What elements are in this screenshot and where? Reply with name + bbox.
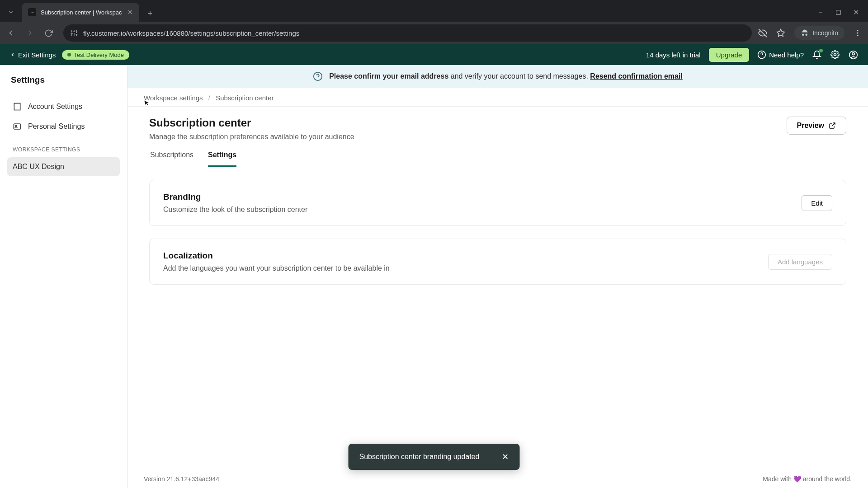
branding-title: Branding — [163, 192, 307, 202]
banner-strong-text: Please confirm your email address — [329, 72, 448, 80]
main-content: Please confirm your email address and ve… — [127, 65, 868, 488]
svg-rect-21 — [14, 103, 20, 110]
preview-label: Preview — [797, 122, 824, 130]
back-icon[interactable] — [6, 28, 19, 38]
svg-marker-12 — [777, 29, 785, 37]
profile-button[interactable] — [848, 50, 858, 60]
footer: Version 21.6.12+33aac944 Made with 💜 aro… — [127, 471, 868, 488]
toast-message: Subscription center branding updated — [359, 453, 480, 461]
add-languages-button[interactable]: Add languages — [768, 254, 832, 270]
tab-subscriptions[interactable]: Subscriptions — [150, 151, 193, 167]
breadcrumb-parent[interactable]: Workspace settings — [144, 94, 203, 102]
localization-card: Localization Add the languages you want … — [149, 239, 846, 285]
svg-point-14 — [857, 33, 859, 34]
incognito-icon — [801, 29, 809, 37]
edit-branding-button[interactable]: Edit — [802, 195, 832, 211]
notification-dot-icon — [819, 49, 823, 52]
need-help-label: Need help? — [769, 51, 804, 59]
exit-settings-link[interactable]: Exit Settings — [10, 51, 56, 59]
svg-point-13 — [857, 30, 859, 31]
sidebar-item-account-settings[interactable]: Account Settings — [7, 97, 120, 117]
page-subtitle: Manage the subscription preferences avai… — [149, 133, 354, 141]
branding-card: Branding Customize the look of the subsc… — [149, 180, 846, 226]
delivery-mode-label: Test Delivery Mode — [74, 52, 124, 58]
delivery-mode-badge[interactable]: Test Delivery Mode — [62, 50, 129, 60]
minimize-icon[interactable] — [817, 9, 824, 15]
window-controls: ✕ — [817, 3, 868, 22]
trial-days-text: 14 days left in trial — [646, 51, 701, 59]
svg-point-15 — [857, 35, 859, 36]
upgrade-button[interactable]: Upgrade — [709, 48, 750, 62]
tabs: Subscriptions Settings — [127, 141, 868, 167]
sidebar-item-workspace[interactable]: ABC UX Design — [7, 157, 120, 176]
svg-point-20 — [852, 52, 854, 55]
exit-settings-label: Exit Settings — [18, 51, 56, 59]
localization-desc: Add the languages you want your subscrip… — [163, 264, 390, 272]
close-window-icon[interactable]: ✕ — [853, 8, 859, 17]
svg-point-18 — [834, 54, 836, 56]
building-icon — [13, 102, 22, 111]
app-topbar: Exit Settings Test Delivery Mode 14 days… — [0, 44, 868, 65]
settings-gear-button[interactable] — [830, 50, 840, 60]
help-circle-icon — [313, 71, 323, 81]
user-circle-icon — [849, 50, 858, 60]
notifications-button[interactable] — [812, 50, 822, 60]
forward-icon[interactable] — [25, 28, 38, 38]
toast-close-icon[interactable]: ✕ — [502, 452, 509, 462]
eye-off-icon[interactable] — [758, 28, 767, 38]
sidebar-section-label: WORKSPACE SETTINGS — [7, 136, 120, 157]
localization-title: Localization — [163, 251, 390, 261]
tab-search-dropdown[interactable] — [0, 3, 22, 22]
settings-sidebar: Settings Account Settings Personal Setti… — [0, 65, 127, 488]
incognito-label: Incognito — [812, 29, 838, 37]
browser-tab-strip: ◦◦ Subscription center | Workspac ✕ + ✕ — [0, 0, 868, 22]
confirm-email-banner: Please confirm your email address and ve… — [127, 65, 868, 88]
browser-tab[interactable]: ◦◦ Subscription center | Workspac ✕ — [22, 3, 139, 22]
svg-line-30 — [832, 123, 835, 126]
incognito-badge[interactable]: Incognito — [794, 26, 844, 40]
sidebar-title: Settings — [7, 75, 120, 85]
toast-notification: Subscription center branding updated ✕ — [349, 444, 520, 470]
banner-text: Please confirm your email address and ve… — [329, 72, 683, 80]
tab-settings[interactable]: Settings — [208, 151, 236, 167]
heart-icon: 💜 — [793, 475, 801, 483]
svg-rect-1 — [836, 10, 841, 14]
gear-icon — [830, 50, 840, 59]
reload-icon[interactable] — [44, 29, 57, 38]
favicon-icon: ◦◦ — [28, 8, 36, 16]
version-text: Version 21.6.12+33aac944 — [144, 475, 219, 483]
status-dot-icon — [67, 53, 71, 56]
svg-rect-26 — [14, 124, 21, 129]
external-link-icon — [829, 122, 836, 129]
close-tab-icon[interactable]: ✕ — [127, 9, 133, 16]
resend-confirmation-link[interactable]: Resend confirmation email — [590, 72, 683, 80]
sidebar-item-personal-settings[interactable]: Personal Settings — [7, 117, 120, 136]
site-settings-icon[interactable] — [71, 29, 78, 37]
bookmark-star-icon[interactable] — [776, 28, 785, 38]
sidebar-item-label: Personal Settings — [28, 122, 85, 131]
chevron-left-icon — [10, 52, 15, 57]
address-bar[interactable]: fly.customer.io/workspaces/160880/settin… — [63, 24, 752, 42]
made-with-text: Made with 💜 around the world. — [763, 475, 852, 483]
page-header: Subscription center Manage the subscript… — [127, 107, 868, 141]
page-title: Subscription center — [149, 117, 354, 129]
maximize-icon[interactable] — [835, 9, 841, 15]
need-help-link[interactable]: Need help? — [757, 50, 804, 59]
id-card-icon — [13, 122, 22, 131]
breadcrumb-separator: / — [208, 94, 210, 102]
preview-button[interactable]: Preview — [787, 117, 846, 135]
browser-toolbar: fly.customer.io/workspaces/160880/settin… — [0, 22, 868, 44]
breadcrumb-current: Subscription center — [216, 94, 274, 102]
tab-title: Subscription center | Workspac — [41, 9, 123, 16]
breadcrumb: Workspace settings / Subscription center — [127, 88, 868, 107]
new-tab-button[interactable]: + — [142, 5, 158, 22]
browser-menu-icon[interactable] — [854, 29, 862, 37]
banner-rest-text: and verify your account to send messages… — [448, 72, 590, 80]
branding-desc: Customize the look of the subscription c… — [163, 206, 307, 214]
help-circle-icon — [757, 50, 766, 59]
svg-point-27 — [15, 126, 17, 127]
url-text: fly.customer.io/workspaces/160880/settin… — [83, 29, 745, 37]
sidebar-item-label: Account Settings — [28, 103, 82, 111]
sidebar-item-label: ABC UX Design — [13, 163, 64, 171]
